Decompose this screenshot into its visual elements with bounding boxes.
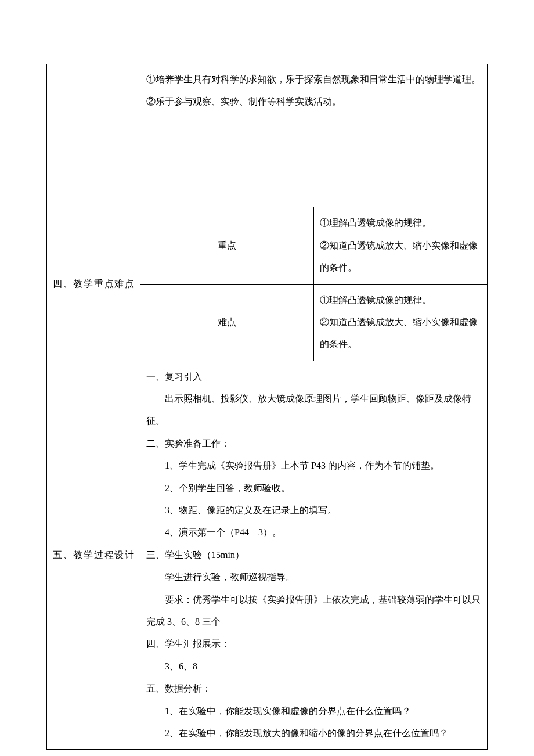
key-difficult-label: 四、教学重点难点 (47, 207, 140, 361)
section-2-item-4: 4、演示第一个（P44 3）。 (146, 521, 481, 543)
section-5-item-2: 2、在实验中，你能发现放大的像和缩小的像的分界点在什么位置吗？ (146, 722, 481, 744)
process-design-label: 五、教学过程设计 (47, 361, 140, 750)
section-2-item-1: 1、学生完成《实验报告册》上本节 P43 的内容，作为本节的铺垫。 (146, 455, 481, 477)
section-3-head: 三、学生实验（15min） (146, 544, 481, 566)
section-3-item-2: 要求：优秀学生可以按《实验报告册》上依次完成，基础较薄弱的学生可以只完成 3、6… (146, 589, 481, 633)
prev-row-label-cell (47, 64, 140, 207)
key-point-label: 重点 (140, 207, 314, 284)
difficult-point-line-2: ②知道凸透镜成放大、缩小实像和虚像的条件。 (320, 311, 481, 356)
objectives-cell: ①培养学生具有对科学的求知欲，乐于探索自然现象和日常生活中的物理学道理。 ②乐于… (140, 64, 488, 207)
key-point-content: ①理解凸透镜成像的规律。 ②知道凸透镜成放大、缩小实像和虚像的条件。 (314, 207, 488, 284)
section-4-item-1: 3、6、8 (146, 656, 481, 678)
section-5-item-1: 1、在实验中，你能发现实像和虚像的分界点在什么位置吗？ (146, 700, 481, 722)
key-point-line-2: ②知道凸透镜成放大、缩小实像和虚像的条件。 (320, 235, 481, 279)
difficult-point-content: ①理解凸透镜成像的规律。 ②知道凸透镜成放大、缩小实像和虚像的条件。 (314, 284, 488, 361)
section-2-item-3: 3、物距、像距的定义及在记录上的填写。 (146, 499, 481, 521)
section-4-head: 四、学生汇报展示： (146, 633, 481, 655)
process-design-content: 一、复习引入 出示照相机、投影仪、放大镜成像原理图片，学生回顾物距、像距及成像特… (140, 361, 488, 750)
section-2-head: 二、实验准备工作： (146, 433, 481, 455)
section-3-item-1: 学生进行实验，教师巡视指导。 (146, 566, 481, 588)
difficult-point-line-1: ①理解凸透镜成像的规律。 (320, 289, 481, 311)
objective-line-1: ①培养学生具有对科学的求知欲，乐于探索自然现象和日常生活中的物理学道理。 (146, 69, 481, 91)
key-point-line-1: ①理解凸透镜成像的规律。 (320, 212, 481, 234)
section-1-body: 出示照相机、投影仪、放大镜成像原理图片，学生回顾物距、像距及成像特征。 (146, 388, 481, 433)
objective-line-2: ②乐于参与观察、实验、制作等科学实践活动。 (146, 91, 481, 113)
lesson-plan-table: ①培养学生具有对科学的求知欲，乐于探索自然现象和日常生活中的物理学道理。 ②乐于… (46, 64, 488, 750)
section-1-head: 一、复习引入 (146, 366, 481, 388)
section-2-item-2: 2、个别学生回答，教师验收。 (146, 477, 481, 499)
section-5-head: 五、数据分析： (146, 678, 481, 700)
difficult-point-label: 难点 (140, 284, 314, 361)
